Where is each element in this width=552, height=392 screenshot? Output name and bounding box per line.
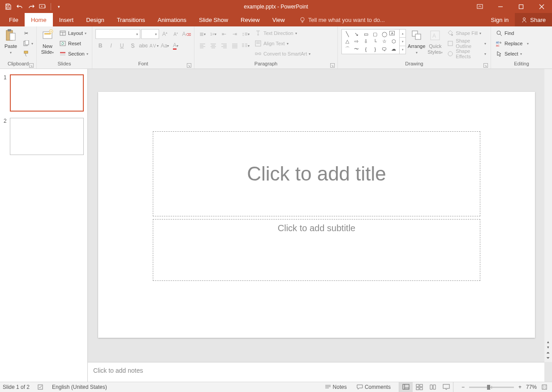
shape-fill-button[interactable]: Shape Fill▾	[445, 28, 487, 38]
tab-animations[interactable]: Animations	[151, 13, 193, 26]
drawing-dialog-launcher[interactable]	[483, 63, 488, 68]
paste-button[interactable]: Paste▾	[2, 27, 20, 56]
new-slide-button[interactable]: New Slide▾	[39, 27, 56, 56]
qat-customize-button[interactable]: ▾	[53, 1, 64, 12]
subtitle-placeholder[interactable]: Click to add subtitle	[153, 219, 480, 281]
thumbnail-2[interactable]: 2	[0, 118, 87, 161]
reset-icon	[59, 40, 66, 47]
maximize-button[interactable]	[511, 0, 531, 13]
tab-home[interactable]: Home	[25, 13, 53, 26]
notes-pane[interactable]: Click to add notes	[88, 362, 544, 382]
shapes-gallery[interactable]: ╲ ↘ ▭ ▢ ◯ A △ ⇨ ⇩ └ ☆ ⬡ ⌒ 〜 { } 🗨	[341, 29, 400, 54]
svg-rect-24	[60, 54, 65, 56]
font-color-button[interactable]: A▾	[171, 41, 181, 51]
replace-button[interactable]: abacReplace ▾	[494, 39, 530, 48]
increase-font-button[interactable]: A▴	[160, 29, 170, 39]
tab-transitions[interactable]: Transitions	[111, 13, 151, 26]
replace-icon: abac	[496, 40, 503, 47]
bullets-button[interactable]: ≣▾	[198, 29, 207, 39]
shapes-gallery-scroll[interactable]: ▴▾▾	[400, 29, 406, 54]
normal-view-button[interactable]	[399, 382, 413, 392]
decrease-font-button[interactable]: A▾	[171, 29, 181, 39]
title-placeholder[interactable]: Click to add title	[153, 131, 480, 216]
zoom-in-button[interactable]: +	[517, 384, 523, 390]
save-button[interactable]	[3, 1, 13, 12]
window-controls	[470, 0, 552, 13]
copy-button[interactable]: ▾	[21, 39, 34, 48]
justify-button[interactable]	[230, 41, 240, 51]
spell-check-button[interactable]	[36, 384, 46, 390]
font-family-select[interactable]: ▾	[95, 29, 140, 39]
section-button[interactable]: Section▾	[58, 49, 90, 59]
svg-rect-12	[10, 33, 15, 40]
align-text-button[interactable]: Align Text▾	[253, 39, 312, 48]
find-button[interactable]: Find	[494, 28, 530, 38]
reading-view-button[interactable]	[426, 382, 440, 392]
comments-toggle[interactable]: Comments	[355, 384, 392, 390]
tell-me-search[interactable]: Tell me what you want to do...	[291, 13, 485, 26]
columns-button[interactable]: ▾	[241, 41, 250, 51]
slide[interactable]: Click to add title Click to add subtitle	[98, 92, 535, 338]
tab-insert[interactable]: Insert	[53, 13, 80, 26]
tab-review[interactable]: Review	[234, 13, 266, 26]
close-button[interactable]	[531, 0, 552, 13]
align-right-button[interactable]	[219, 41, 229, 51]
thumbnail-1[interactable]: 1	[0, 74, 87, 118]
tab-file[interactable]: File	[3, 13, 25, 26]
language-indicator[interactable]: English (United States)	[52, 384, 107, 390]
vertical-scrollbar[interactable]: ▴ ▾ ⏶ ⏷	[544, 69, 552, 362]
quick-styles-button[interactable]: A Quick Styles▾	[426, 27, 444, 56]
tab-slide-show[interactable]: Slide Show	[193, 13, 234, 26]
italic-button[interactable]: I	[106, 41, 116, 51]
convert-smartart-button[interactable]: Convert to SmartArt▾	[253, 49, 312, 59]
notes-placeholder: Click to add notes	[93, 367, 143, 374]
font-dialog-launcher[interactable]	[187, 63, 191, 68]
fit-to-window-button[interactable]	[539, 384, 549, 390]
align-left-button[interactable]	[198, 41, 207, 51]
increase-indent-button[interactable]: ⇥	[230, 29, 240, 39]
redo-button[interactable]	[26, 1, 37, 12]
change-case-button[interactable]: Aa▾	[160, 41, 170, 51]
decrease-indent-button[interactable]: ⇤	[219, 29, 229, 39]
zoom-control: − + 77%	[460, 384, 549, 390]
zoom-level[interactable]: 77%	[526, 384, 537, 390]
tab-design[interactable]: Design	[80, 13, 110, 26]
character-spacing-button[interactable]: AV▾	[149, 41, 159, 51]
paragraph-dialog-launcher[interactable]	[330, 63, 335, 68]
bold-button[interactable]: B	[95, 41, 105, 51]
layout-button[interactable]: Layout▾	[58, 28, 90, 38]
minimize-button[interactable]	[490, 0, 511, 13]
shadow-button[interactable]: S	[128, 41, 138, 51]
zoom-out-button[interactable]: −	[460, 384, 466, 390]
slide-counter[interactable]: Slide 1 of 2	[3, 384, 30, 390]
text-direction-button[interactable]: Text Direction▾	[253, 28, 312, 38]
cut-button[interactable]: ✂	[21, 28, 34, 38]
clipboard-dialog-launcher[interactable]	[29, 63, 34, 68]
tab-view[interactable]: View	[266, 13, 291, 26]
clear-formatting-button[interactable]: A⌫	[181, 29, 191, 39]
underline-button[interactable]: U	[117, 41, 127, 51]
format-painter-button[interactable]	[21, 49, 34, 59]
strikethrough-button[interactable]: abc	[138, 41, 148, 51]
font-size-select[interactable]: ▾	[141, 29, 159, 39]
zoom-slider[interactable]	[469, 387, 514, 388]
sign-in-button[interactable]: Sign in	[485, 13, 515, 26]
share-button[interactable]: Share	[515, 13, 552, 26]
shape-outline-button[interactable]: Shape Outline▾	[445, 39, 487, 48]
shape-effects-button[interactable]: Shape Effects▾	[445, 49, 487, 59]
slide-sorter-view-button[interactable]	[413, 382, 426, 392]
slide-show-view-button[interactable]	[440, 382, 453, 392]
reset-button[interactable]: Reset	[58, 39, 90, 48]
svg-rect-33	[448, 41, 453, 46]
start-from-beginning-button[interactable]	[38, 1, 48, 12]
tell-me-placeholder: Tell me what you want to do...	[308, 17, 385, 23]
align-center-button[interactable]	[208, 41, 218, 51]
notes-toggle[interactable]: Notes	[323, 384, 349, 390]
ribbon-options-button[interactable]	[470, 0, 490, 13]
numbering-button[interactable]: 1≡▾	[208, 29, 218, 39]
arrange-button[interactable]: Arrange▾	[407, 27, 426, 56]
line-spacing-button[interactable]: ↕≡▾	[241, 29, 250, 39]
select-button[interactable]: Select▾	[494, 49, 530, 59]
thumbnail-1-preview	[10, 74, 84, 112]
undo-button[interactable]	[14, 1, 25, 12]
